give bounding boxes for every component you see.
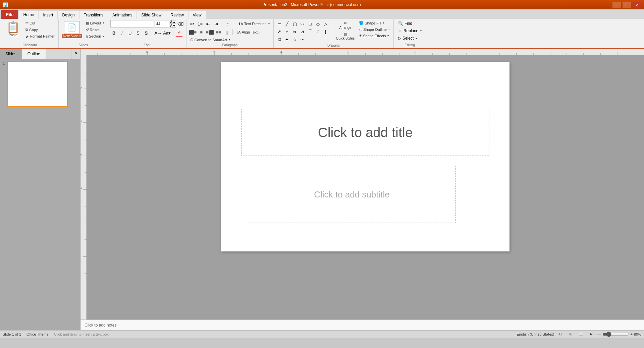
find-button[interactable]: 🔍 Find xyxy=(396,20,424,27)
shape12[interactable]: ⌒ xyxy=(307,28,314,35)
font-color-button[interactable]: A xyxy=(175,29,183,37)
copy-button[interactable]: ⧉ Copy xyxy=(24,27,56,33)
bullets-button[interactable]: ≡• xyxy=(189,20,196,27)
tab-slideshow[interactable]: Slide Show xyxy=(137,11,166,19)
close-button[interactable]: ✕ xyxy=(633,2,641,8)
zoom-slider[interactable] xyxy=(602,332,629,336)
maximize-button[interactable]: □ xyxy=(623,2,631,8)
smartart-icon: ⬡ xyxy=(190,38,194,42)
italic-button[interactable]: I xyxy=(118,29,126,37)
columns-button[interactable]: || xyxy=(223,28,230,36)
shape-fill-button[interactable]: 🪣 Shape Fill ▾ xyxy=(357,20,391,26)
minimize-button[interactable]: — xyxy=(612,2,621,8)
tab-design[interactable]: Design xyxy=(58,11,79,19)
reset-icon: ↺ xyxy=(86,27,89,32)
arrange-button[interactable]: ⧉ Arrange xyxy=(334,20,357,31)
slideshow-view-button[interactable]: ▶ xyxy=(587,331,595,337)
shadow-button[interactable]: S xyxy=(143,29,150,37)
change-case-button[interactable]: Aa▾ xyxy=(163,29,171,37)
align-left-button[interactable]: ⬛≡ xyxy=(189,28,197,36)
decrease-indent-button[interactable]: ⇤ xyxy=(205,20,212,27)
tab-outline[interactable]: Outline xyxy=(22,49,46,59)
align-right-button[interactable]: ≡⬛ xyxy=(206,28,214,36)
connector-shape[interactable]: ⌐ xyxy=(283,28,291,35)
tab-review[interactable]: Review xyxy=(166,11,188,19)
group-slides: 📄 New Slide ▾ ▦ Layout ▾ ↺ Reset xyxy=(59,19,108,48)
font-name-input[interactable] xyxy=(110,20,154,27)
slide-sorter-button[interactable]: ⊞ xyxy=(567,331,575,337)
strikethrough-button[interactable]: S xyxy=(135,29,142,37)
slide-1-thumbnail[interactable] xyxy=(7,61,68,107)
numbering-button[interactable]: 1≡ xyxy=(197,20,204,27)
tab-transitions[interactable]: Transitions xyxy=(79,11,108,19)
title-bar: 📊 Presentation2 - Microsoft PowerPoint (… xyxy=(0,0,644,9)
section-icon: § xyxy=(86,34,88,38)
cut-button[interactable]: ✂ Cut xyxy=(24,20,56,26)
copy-icon: ⧉ xyxy=(25,27,28,32)
shape16[interactable]: ✦ xyxy=(283,36,291,43)
shape14[interactable]: } xyxy=(322,28,329,35)
shape15[interactable]: ⌬ xyxy=(276,36,283,43)
convert-smartart-button[interactable]: ⬡ Convert to SmartArt ▾ xyxy=(189,37,232,43)
shape17[interactable]: ☆ xyxy=(291,36,299,43)
arrow2-shape[interactable]: ⇒ xyxy=(291,28,299,35)
oval-shape[interactable]: ⬭ xyxy=(299,20,306,27)
new-slide-button[interactable]: 📄 New Slide ▾ xyxy=(61,20,83,39)
new-slide-dropdown-arrow: ▾ xyxy=(79,34,81,38)
triangle-shape[interactable]: △ xyxy=(322,20,329,27)
shape-more[interactable]: ⋯ xyxy=(299,36,306,43)
notes-area[interactable]: Click to add notes xyxy=(80,320,644,330)
font-grow-button[interactable]: A▲ xyxy=(170,20,176,24)
select-button[interactable]: ▷ Select ▾ xyxy=(396,35,424,42)
tab-insert[interactable]: Insert xyxy=(39,11,57,19)
bold-button[interactable]: B xyxy=(110,29,118,37)
rounded-rect-shape[interactable]: ▢ xyxy=(291,20,299,27)
normal-view-button[interactable]: ⊟ xyxy=(557,331,565,337)
clear-formatting-button[interactable]: ⌫ xyxy=(177,20,184,27)
shape6[interactable]: ◇ xyxy=(314,20,322,27)
svg-text:3: 3 xyxy=(80,187,83,189)
arrange-icon: ⧉ xyxy=(344,21,346,25)
status-right: English (United States) ⊟ ⊞ 📖 ▶ — + 80% xyxy=(517,331,641,337)
increase-indent-button[interactable]: ⇥ xyxy=(213,20,220,27)
svg-text:8: 8 xyxy=(415,50,416,54)
shape-outline-button[interactable]: ▭ Shape Outline ▾ xyxy=(357,26,391,32)
align-center-button[interactable]: ≡ xyxy=(198,28,205,36)
line-spacing-button[interactable]: ↕ xyxy=(224,20,232,27)
slide-canvas[interactable]: Click to add title Click to add subtitle xyxy=(221,62,509,251)
tab-home[interactable]: Home xyxy=(19,11,38,19)
canvas-area[interactable]: Click to add title Click to add subtitle xyxy=(87,55,644,320)
rect2-shape[interactable]: □ xyxy=(307,20,314,27)
text-direction-button[interactable]: ⬆A Text Direction ▾ xyxy=(236,21,271,27)
layout-button[interactable]: ▦ Layout ▾ xyxy=(84,20,106,26)
curly-shape[interactable]: { xyxy=(314,28,322,35)
reset-button[interactable]: ↺ Reset xyxy=(84,27,106,33)
tab-file[interactable]: File xyxy=(1,10,18,19)
title-placeholder[interactable]: Click to add title xyxy=(241,109,489,156)
replace-button[interactable]: ↔ Replace ▾ xyxy=(396,27,424,34)
rect-shape[interactable]: ▭ xyxy=(276,20,283,27)
format-painter-button[interactable]: 🖌 Format Painter xyxy=(24,34,56,39)
shape11[interactable]: ⊿ xyxy=(299,28,306,35)
font-size-input[interactable] xyxy=(155,20,169,27)
justify-button[interactable]: ≡≡ xyxy=(215,28,222,36)
font-shrink-button[interactable]: A▼ xyxy=(170,24,176,27)
quick-styles-button[interactable]: ▨ Quick Styles xyxy=(334,31,357,41)
arrow-shape[interactable]: ↗ xyxy=(276,28,283,35)
line-shape[interactable]: ╱ xyxy=(283,20,291,27)
slide-1-wrapper: 1 xyxy=(3,61,77,107)
underline-button[interactable]: U xyxy=(126,29,134,37)
subtitle-placeholder[interactable]: Click to add subtitle xyxy=(248,166,456,223)
tab-view[interactable]: View xyxy=(189,11,206,19)
align-text-button[interactable]: ↕A Align Text ▾ xyxy=(235,30,262,35)
paste-button[interactable]: 📋 Paste xyxy=(3,20,23,39)
char-spacing-button[interactable]: A↔ xyxy=(154,29,162,37)
align-text-icon: ↕A xyxy=(236,30,241,34)
svg-text:2: 2 xyxy=(213,50,215,54)
tab-animations[interactable]: Animations xyxy=(108,11,137,19)
tab-slides[interactable]: Slides xyxy=(0,49,22,59)
reading-view-button[interactable]: 📖 xyxy=(577,331,585,337)
shape-effects-button[interactable]: ✦ Shape Effects ▾ xyxy=(357,33,391,39)
section-button[interactable]: § Section ▾ xyxy=(84,34,106,39)
slides-panel-close[interactable]: ✕ xyxy=(71,49,80,59)
